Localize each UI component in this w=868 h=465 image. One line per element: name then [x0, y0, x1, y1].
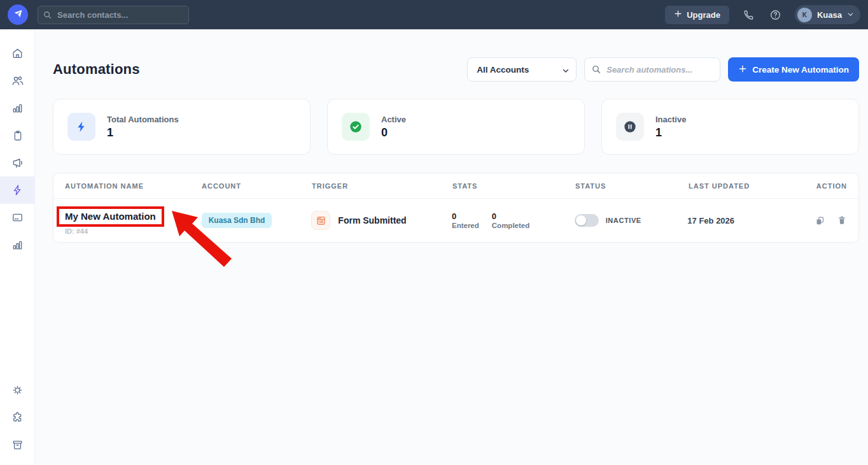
sidebar-item-analytics[interactable] — [0, 231, 35, 259]
account-filter-select[interactable]: All Accounts — [467, 57, 577, 82]
stat-card-label: Total Automations — [107, 115, 179, 124]
archive-icon — [11, 439, 24, 451]
completed-label: Completed — [492, 222, 529, 229]
create-new-automation-button[interactable]: Create New Automation — [728, 57, 859, 82]
sidebar-item-marketing[interactable] — [0, 149, 35, 176]
stat-card-text: Active 0 — [381, 115, 406, 140]
sidebar-item-settings[interactable] — [0, 376, 35, 404]
upgrade-button[interactable]: Upgrade — [665, 6, 729, 24]
sidebar-item-archive[interactable] — [0, 431, 35, 459]
help-button[interactable] — [768, 8, 783, 22]
topbar: Upgrade K Kuasa — [0, 0, 868, 29]
delete-button[interactable] — [837, 215, 847, 225]
phone-button[interactable] — [741, 8, 756, 22]
pause-circle-icon — [616, 113, 644, 141]
home-icon — [11, 47, 24, 59]
col-header-trigger: TRIGGER — [312, 182, 452, 190]
automations-search — [584, 57, 720, 82]
sidebar-item-contacts[interactable] — [0, 67, 35, 94]
annotation-highlight-box: My New Automation — [57, 206, 164, 227]
bolt-icon — [11, 184, 24, 196]
sidebar-item-integrations[interactable] — [0, 404, 35, 431]
plus-icon — [738, 64, 747, 75]
status-toggle[interactable] — [575, 214, 599, 227]
sidebar-item-tasks[interactable] — [0, 122, 35, 149]
bolt-icon — [67, 113, 95, 141]
form-icon — [311, 211, 330, 230]
table-header-row: AUTOMATION NAME ACCOUNT TRIGGER STATS ST… — [53, 173, 858, 199]
copy-icon — [815, 215, 825, 226]
entered-value: 0 — [452, 211, 479, 221]
automations-table: AUTOMATION NAME ACCOUNT TRIGGER STATS ST… — [53, 173, 859, 243]
stat-card-text: Inactive 1 — [655, 115, 686, 140]
trash-icon — [837, 215, 847, 225]
automation-name-cell: My New Automation ID: #44 — [65, 206, 202, 235]
page-title: Automations — [53, 61, 140, 78]
trigger-label: Form Submitted — [338, 215, 406, 225]
account-filter: All Accounts — [467, 57, 577, 82]
search-automations-input[interactable] — [584, 57, 720, 82]
toggle-knob — [576, 215, 586, 225]
credit-card-icon — [11, 211, 24, 224]
upgrade-label: Upgrade — [687, 10, 720, 20]
col-header-last-updated: LAST UPDATED — [689, 182, 816, 190]
stat-card-value: 0 — [381, 126, 406, 140]
sidebar-item-automations[interactable] — [0, 176, 35, 204]
stat-card-value: 1 — [655, 126, 686, 140]
stats-cell: 0 Entered 0 Completed — [452, 211, 575, 229]
megaphone-icon — [11, 157, 24, 169]
gear-icon — [11, 384, 24, 396]
help-icon — [769, 9, 781, 21]
stat-card-label: Active — [381, 115, 406, 124]
header-controls: All Accounts Create New Automation — [467, 57, 859, 82]
status-label: INACTIVE — [606, 217, 641, 224]
stat-entered: 0 Entered — [452, 211, 479, 229]
main-content: Automations All Accounts Cre — [35, 29, 868, 465]
clipboard-icon — [12, 130, 24, 141]
col-header-stats: STATS — [452, 182, 575, 190]
sidebar-item-reports[interactable] — [0, 94, 35, 122]
account-cell: Kuasa Sdn Bhd — [202, 213, 312, 228]
search-icon — [43, 10, 52, 22]
create-button-label: Create New Automation — [752, 65, 849, 75]
puzzle-icon — [11, 411, 24, 424]
app-logo[interactable] — [8, 4, 28, 25]
search-icon — [591, 64, 601, 77]
trigger-cell: Form Submitted — [311, 211, 452, 230]
stat-completed: 0 Completed — [492, 211, 529, 229]
entered-label: Entered — [452, 222, 479, 229]
sidebar-item-billing[interactable] — [0, 204, 35, 231]
bar-chart-icon — [11, 102, 24, 114]
sidebar-item-home[interactable] — [0, 39, 35, 67]
stat-card-label: Inactive — [655, 115, 686, 124]
completed-value: 0 — [492, 211, 529, 221]
sidebar — [0, 29, 35, 465]
sidebar-bottom-group — [0, 376, 34, 459]
contacts-icon — [11, 75, 24, 87]
duplicate-button[interactable] — [815, 215, 825, 226]
avatar: K — [797, 8, 812, 22]
automation-id: ID: #44 — [65, 227, 202, 235]
col-header-status: STATUS — [575, 182, 689, 190]
topbar-right: Upgrade K Kuasa — [665, 5, 860, 24]
stat-card-value: 1 — [107, 126, 179, 140]
chevron-down-icon — [847, 10, 854, 20]
table-row: My New Automation ID: #44 Kuasa Sdn Bhd … — [53, 199, 858, 242]
contacts-search — [38, 6, 189, 24]
col-header-automation-name: AUTOMATION NAME — [65, 182, 202, 190]
stat-card-text: Total Automations 1 — [107, 115, 179, 140]
action-cell — [815, 215, 847, 226]
send-icon — [13, 8, 24, 22]
last-updated-cell: 17 Feb 2026 — [687, 216, 815, 225]
col-header-account: ACCOUNT — [202, 182, 312, 190]
col-header-action: ACTION — [816, 182, 847, 190]
automation-name-link[interactable]: My New Automation — [65, 211, 156, 222]
user-name: Kuasa — [817, 10, 842, 20]
stat-cards: Total Automations 1 Active 0 Inactive 1 — [53, 99, 859, 155]
check-circle-icon — [342, 113, 370, 141]
user-menu[interactable]: K Kuasa — [795, 5, 860, 24]
bar-chart-icon — [11, 239, 24, 251]
search-contacts-input[interactable] — [38, 6, 189, 24]
stat-card-inactive: Inactive 1 — [601, 99, 859, 155]
phone-icon — [743, 9, 755, 21]
